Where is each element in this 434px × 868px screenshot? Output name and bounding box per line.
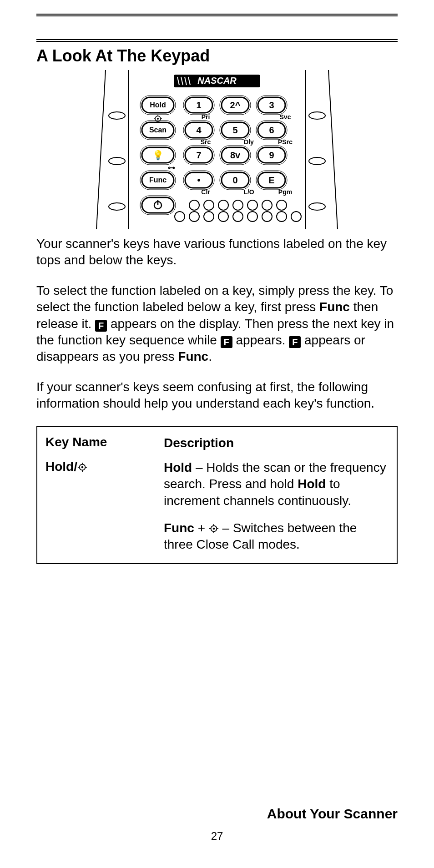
svg-point-81 <box>218 200 228 210</box>
svg-point-79 <box>189 200 199 210</box>
paragraph-3: If your scanner's keys seem confusing at… <box>36 379 398 412</box>
para2-func2: Func <box>178 349 208 363</box>
close-call-icon <box>209 524 219 534</box>
svg-point-93 <box>277 212 287 222</box>
desc-hold: Hold – Holds the scan or the frequency s… <box>164 459 389 509</box>
page-number: 27 <box>0 830 434 843</box>
svg-text:Dly: Dly <box>244 138 254 146</box>
key-description-table: Key Name Description Hold/ Hold – Holds … <box>36 426 398 564</box>
table-header-row: Key Name Description <box>45 435 389 451</box>
footer-section-title: About Your Scanner <box>267 806 398 822</box>
svg-point-27 <box>157 118 159 120</box>
svg-text:Scan: Scan <box>149 126 167 134</box>
desc-hold-b1: Hold <box>164 460 192 474</box>
key-desc-cell: Hold – Holds the scan or the frequency s… <box>164 459 389 553</box>
svg-point-80 <box>204 200 214 210</box>
svg-text:L/O: L/O <box>243 188 254 196</box>
desc-hold-b2: Hold <box>298 477 326 491</box>
key-name-cell: Hold/ <box>45 459 164 553</box>
svg-point-5 <box>309 203 325 210</box>
svg-point-91 <box>247 212 257 222</box>
svg-text:2^: 2^ <box>230 100 241 110</box>
section-heading: A Look At The Keypad <box>36 46 398 66</box>
svg-text:Src: Src <box>201 138 211 146</box>
svg-text:PSrc: PSrc <box>278 138 293 146</box>
f-icon: F <box>289 336 301 348</box>
svg-text:💡: 💡 <box>152 150 164 161</box>
table-row: Hold/ Hold – Holds the scan or the frequ… <box>45 459 389 553</box>
svg-text:0: 0 <box>232 175 237 185</box>
svg-point-102 <box>213 528 215 530</box>
svg-point-2 <box>109 203 125 210</box>
svg-point-4 <box>309 157 325 165</box>
f-icon: F <box>95 320 107 332</box>
svg-point-1 <box>109 157 125 165</box>
svg-point-89 <box>218 212 228 222</box>
mid-rule <box>36 39 398 43</box>
svg-point-96 <box>81 466 84 469</box>
svg-point-0 <box>109 112 125 119</box>
desc-func-b1: Func <box>164 521 194 535</box>
para2-t4: appears. <box>232 333 289 347</box>
header-key-name: Key Name <box>45 435 164 451</box>
svg-point-90 <box>233 212 243 222</box>
para2-func1: Func <box>319 300 350 314</box>
svg-text:7: 7 <box>196 150 201 160</box>
svg-point-11 <box>262 80 265 82</box>
svg-text:•: • <box>197 175 200 185</box>
svg-text:Hold: Hold <box>150 101 166 109</box>
svg-point-3 <box>309 112 325 119</box>
paragraph-2: To select the function labeled on a key,… <box>36 283 398 365</box>
svg-text:Clr: Clr <box>201 188 210 196</box>
svg-text:3: 3 <box>269 100 274 110</box>
svg-text:1: 1 <box>196 100 201 110</box>
svg-text:Svc: Svc <box>280 113 291 121</box>
svg-point-88 <box>204 212 214 222</box>
svg-point-92 <box>262 212 272 222</box>
svg-text:⊶: ⊶ <box>168 164 175 172</box>
svg-text:4: 4 <box>196 125 202 135</box>
header-description: Description <box>164 435 389 451</box>
svg-text:6: 6 <box>269 125 274 135</box>
paragraph-1: Your scanner's keys have various functio… <box>36 236 398 269</box>
para2-t6: . <box>208 349 212 363</box>
svg-text:5: 5 <box>232 125 237 135</box>
desc-func-cc: Func + – Switches between the three Clos… <box>164 520 389 553</box>
key-name-text: Hold/ <box>45 459 77 474</box>
svg-text:Pgm: Pgm <box>278 188 292 196</box>
close-call-icon <box>77 462 87 472</box>
svg-text:9: 9 <box>269 150 274 160</box>
f-icon: F <box>221 336 232 348</box>
svg-text:Func: Func <box>149 176 167 184</box>
svg-text:E: E <box>268 175 274 185</box>
svg-point-84 <box>262 200 272 210</box>
svg-point-86 <box>175 212 185 222</box>
brand-label: NASCAR <box>197 76 237 86</box>
svg-point-85 <box>277 200 287 210</box>
svg-text:Pri: Pri <box>202 113 210 121</box>
svg-point-82 <box>233 200 243 210</box>
svg-point-94 <box>291 212 301 222</box>
svg-point-87 <box>189 212 199 222</box>
svg-text:8v: 8v <box>230 150 241 160</box>
desc-func-t1: + <box>194 521 209 535</box>
svg-point-83 <box>247 200 257 210</box>
keypad-illustration: NASCAR Hold12^3PriSvcScan456SrcDlyPSrc💡7… <box>74 70 360 229</box>
desc-hold-t1: – Holds the scan or the frequency search… <box>164 460 386 491</box>
top-rule <box>36 14 398 17</box>
